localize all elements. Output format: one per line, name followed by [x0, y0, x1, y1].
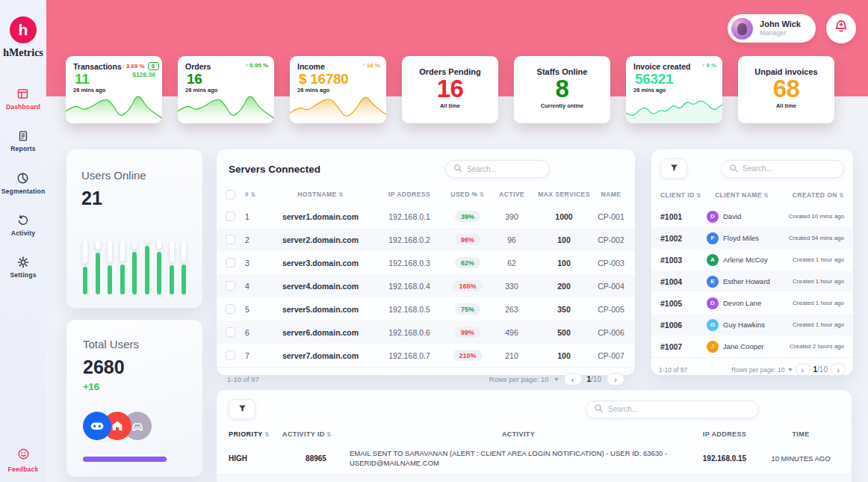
server-table-row[interactable]: 5server5.domain.com192.168.0.575%263350C…	[217, 297, 635, 321]
clients-search-input[interactable]	[743, 164, 836, 173]
brand-logo[interactable]: h	[10, 16, 37, 43]
server-table-row[interactable]: 2server2.domain.com192.168.0.296%96100CP…	[217, 228, 635, 251]
stat-card-staffs-online: Staffs Online8Currently online	[514, 56, 610, 123]
stat-value: 68	[738, 76, 834, 102]
servers-rows-per-page[interactable]: Rows per page: 10	[489, 375, 549, 383]
sidebar-item-label: Activity	[11, 229, 35, 237]
clients-filter-button[interactable]	[660, 158, 687, 179]
servers-next-page-button[interactable]: ›	[607, 373, 624, 386]
client-avatar: F	[707, 232, 719, 244]
users-online-title: Users Online	[81, 169, 187, 182]
user-activity-bar	[96, 241, 100, 294]
activity-table-row[interactable]: HIGH88965EMAIL SENT TO SARAVANAN (ALERT …	[217, 443, 852, 473]
servers-range: 1-10 of 97	[227, 375, 259, 383]
sort-icon[interactable]: ⇅	[696, 192, 701, 199]
row-checkbox[interactable]	[226, 235, 235, 244]
stat-cards-row: Transactions↓3.69 %$$126.361126 mins ago…	[66, 56, 834, 123]
total-users-value: 2680	[83, 356, 186, 378]
select-all-checkbox[interactable]	[226, 190, 235, 200]
row-checkbox[interactable]	[226, 327, 235, 337]
used-percent-badge: 99%	[455, 327, 480, 338]
sort-icon[interactable]: ⇅	[763, 192, 769, 199]
row-checkbox[interactable]	[226, 304, 235, 314]
stat-card-orders: Orders↑0.95 %1626 mins ago	[178, 56, 274, 123]
server-table-row[interactable]: 6server6.domain.com192.168.0.699%496500C…	[217, 321, 635, 344]
client-avatar: D	[707, 211, 719, 223]
stat-title: Orders	[185, 62, 211, 71]
server-table-row[interactable]: 4server4.domain.com192.168.0.4165%330200…	[217, 274, 635, 297]
sidebar-item-settings[interactable]: Settings	[10, 256, 36, 279]
clients-prev-page-button[interactable]: ‹	[796, 363, 810, 376]
sidebar-item-activity[interactable]: Activity	[11, 214, 35, 237]
user-activity-bar	[170, 241, 174, 294]
stat-value: 8	[514, 76, 610, 102]
sort-icon[interactable]: ⇅	[250, 191, 255, 198]
total-users-categories	[83, 412, 186, 440]
users-online-card: Users Online 21	[66, 149, 202, 308]
sidebar-item-segmentation[interactable]: Segmentation	[1, 172, 46, 195]
clients-table-header: CLIENT ID⇅CLIENT NAME⇅CREATED ON⇅	[651, 185, 853, 206]
activity-search-input[interactable]	[608, 405, 751, 413]
reports-icon	[17, 130, 29, 142]
activity-search	[586, 401, 759, 418]
trend-down-icon: ↓	[122, 63, 125, 69]
client-table-row[interactable]: #1001DDavidCreated 10 mins ago	[651, 206, 853, 227]
trend-badge: ↑0.95 %	[245, 62, 268, 69]
client-table-row[interactable]: #1002FFloyd MilesCreated 54 mins ago	[651, 227, 853, 249]
client-table-row[interactable]: #1005DDevon LaneCreated 1 hour ago	[651, 292, 853, 314]
trend-badge: ↑16 %	[362, 62, 380, 69]
sort-icon[interactable]: ⇅	[264, 431, 270, 438]
row-checkbox[interactable]	[226, 350, 235, 360]
sidebar-item-dashboard[interactable]: Dashboard	[6, 87, 40, 111]
used-percent-badge: 75%	[455, 303, 480, 315]
used-percent-badge: 210%	[453, 350, 482, 361]
total-users-title: Total Users	[83, 338, 186, 350]
user-activity-bar	[83, 241, 87, 294]
money-icon: $	[148, 62, 159, 70]
sort-icon[interactable]: ⇅	[480, 191, 485, 198]
sidebar-nav: DashboardReportsSegmentationActivitySett…	[1, 87, 46, 279]
sidebar-item-feedback[interactable]: Feedback	[0, 448, 46, 473]
clients-next-page-button[interactable]: ›	[831, 363, 846, 376]
activity-filter-button[interactable]	[229, 399, 255, 419]
sidebar-item-reports[interactable]: Reports	[10, 130, 36, 152]
trend-badge: ↓3.69 %$	[122, 62, 159, 70]
search-icon	[729, 162, 738, 176]
servers-search-input[interactable]	[467, 165, 542, 173]
stat-title: Unpaid invoices	[738, 56, 834, 76]
sidebar-item-label: Dashboard	[6, 103, 40, 111]
stat-value: 16	[178, 71, 274, 87]
search-icon	[453, 162, 462, 176]
dashboard-icon	[16, 87, 29, 100]
server-table-row[interactable]: 1server1.domain.com192.168.0.139%3901000…	[217, 205, 635, 228]
feedback-icon	[17, 448, 30, 463]
server-table-row[interactable]: 3server3.domain.com192.168.0.362%62100CP…	[217, 251, 635, 274]
stat-title: Staffs Online	[514, 56, 610, 76]
profile-menu[interactable]: John Wick Manager	[728, 14, 816, 43]
sort-icon[interactable]: ⇅	[326, 431, 332, 438]
row-checkbox[interactable]	[226, 281, 235, 291]
stat-caption: Currently online	[514, 102, 610, 109]
activity-table-row[interactable]: LOW88964EMAIL SENT TO DINESH BALAJI N (I…	[217, 473, 852, 482]
profile-name: John Wick	[760, 19, 801, 30]
client-table-row[interactable]: #1003AArlene McCoyCreated 1 hour ago	[651, 249, 853, 271]
notifications-button[interactable]	[826, 13, 856, 43]
client-table-row[interactable]: #1006GGuy HawkinsCreated 1 hour ago	[651, 314, 853, 336]
server-table-row[interactable]: 7server7.domain.com192.168.0.7210%210100…	[217, 344, 635, 367]
sort-icon[interactable]: ⇅	[338, 191, 344, 198]
row-checkbox[interactable]	[226, 211, 235, 221]
users-online-value: 21	[81, 188, 187, 209]
sort-icon[interactable]: ⇅	[839, 192, 844, 199]
user-activity-bar	[157, 241, 161, 294]
row-checkbox[interactable]	[226, 258, 235, 268]
clients-rows-per-page[interactable]: Rows per page: 10	[731, 366, 784, 374]
client-table-row[interactable]: #1004EEsther HowardCreated 1 hour ago	[651, 271, 853, 292]
stat-title: Income	[297, 62, 325, 71]
used-percent-badge: 165%	[453, 280, 482, 291]
client-table-row[interactable]: #1007JJane CooperCreated 2 hours ago	[651, 336, 853, 357]
client-avatar: D	[707, 297, 719, 309]
stat-caption: All time	[402, 102, 498, 109]
trend-badge: ↑9 %	[701, 62, 716, 69]
stat-title: Invoice created	[633, 62, 690, 71]
servers-prev-page-button[interactable]: ‹	[564, 373, 582, 386]
